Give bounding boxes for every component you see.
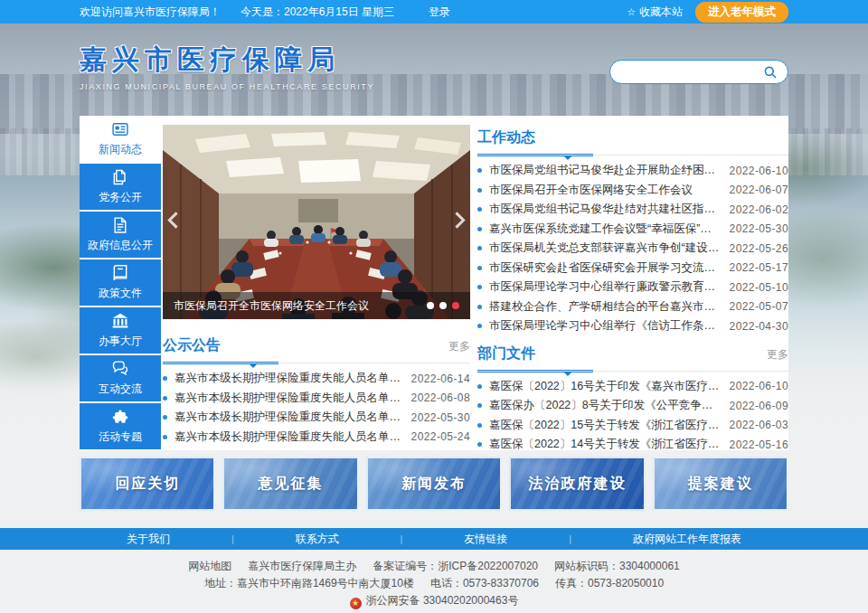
footer-text: 地址：嘉兴市中环南路1469号中南大厦10楼 [204, 577, 414, 589]
announcements-header: 公示公告 更多 [163, 336, 470, 363]
current-date: 今天是：2022年6月15日 星期三 [241, 5, 394, 20]
chat-icon [111, 360, 129, 378]
site-title: 嘉兴市医疗保障局 [80, 42, 374, 79]
bullet-icon [477, 324, 482, 328]
announcements-list: 嘉兴市本级长期护理保险重度失能人员名单公示（2...2022-06-14嘉兴市本… [163, 369, 470, 447]
list-item[interactable]: 嘉兴市本级长期护理保险重度失能人员名单公示（2...2022-05-24 [163, 428, 470, 448]
topbar: 欢迎访问嘉兴市医疗保障局！ 今天是：2022年6月15日 星期三 登录 ☆ 收藏… [0, 0, 868, 24]
carousel-dot-1[interactable] [427, 302, 434, 309]
bank-icon [111, 312, 129, 330]
search-input[interactable] [623, 66, 763, 79]
carousel-dots [427, 302, 459, 309]
sidebar-item-7[interactable]: 活动专题 [80, 403, 161, 449]
item-date: 2022-05-30 [730, 222, 788, 235]
divider: | [569, 533, 571, 544]
elder-mode-button[interactable]: 进入老年模式 [695, 2, 788, 23]
sidebar-item-4[interactable]: 政策文件 [80, 259, 161, 306]
dept-files-header: 部门文件 更多 [477, 344, 788, 372]
list-item[interactable]: 嘉兴市本级长期护理保险重度失能人员名单公示（2...2022-06-14 [163, 369, 470, 389]
site-title-en: JIAXING MUNICIPAL BUREAU OF HEALTHCARE S… [80, 82, 374, 91]
list-item[interactable]: 嘉医保〔2022〕15号关于转发《浙江省医疗保...2022-06-03 [477, 416, 788, 436]
list-item[interactable]: 嘉兴市本级长期护理保险重度失能人员名单公示（2...2022-05-30 [163, 408, 470, 428]
carousel-dot-3[interactable] [452, 302, 459, 309]
bullet-icon [477, 442, 482, 447]
banner-5[interactable]: 提案建议 [653, 457, 788, 511]
bullet-icon [163, 396, 167, 401]
footer-nav-link-2[interactable]: 联系方式 [296, 532, 339, 547]
sidebar-item-label: 政策文件 [99, 286, 142, 301]
sidebar-item-3[interactable]: 政府信息公开 [80, 212, 161, 258]
list-item[interactable]: 市医保局召开全市医保网络安全工作会议2022-06-07 [477, 181, 788, 201]
item-title: 嘉兴市医保系统党建工作会议暨“幸福医保”党建联... [489, 222, 721, 237]
dept-files-more-link[interactable]: 更多 [767, 347, 788, 363]
banner-row: 回应关切意见征集新闻发布法治政府建设提案建议 [80, 457, 788, 511]
favorite-link[interactable]: ☆ 收藏本站 [627, 5, 683, 20]
list-item[interactable]: 嘉医保办〔2022〕8号关于印发《公平竞争审查...2022-06-09 [477, 396, 788, 416]
item-title: 市医保局理论学习中心组举行《信访工作条例》专题... [489, 318, 721, 334]
item-date: 2022-06-10 [730, 165, 788, 177]
bullet-icon [477, 168, 482, 173]
banner-2[interactable]: 意见征集 [222, 457, 358, 511]
bullet-icon [477, 246, 482, 250]
list-item[interactable]: 市医保局党组书记马俊华赴企开展助企纾困活动2022-06-10 [477, 161, 788, 181]
footer-nav-bar: 关于我们|联系方式|友情链接|政府网站工作年度报表 [0, 528, 868, 550]
item-title: 市医保局党组书记马俊华赴结对共建社区指导全国文... [489, 202, 721, 217]
list-item[interactable]: 市医保局党组书记马俊华赴结对共建社区指导全国文...2022-06-02 [477, 200, 788, 220]
carousel-caption-bar: 市医保局召开全市医保网络安全工作会议 [163, 292, 470, 319]
list-item[interactable]: 市医保局理论学习中心组举行《信访工作条例》专题...2022-04-30 [477, 316, 788, 336]
list-item[interactable]: 搭建校企合作、产学研相结合的平台嘉兴市长期护理...2022-05-07 [477, 297, 788, 317]
item-title: 市医保局党组书记马俊华赴企开展助企纾困活动 [489, 163, 721, 178]
carousel-dot-2[interactable] [439, 302, 447, 309]
item-title: 市医保研究会赴省医保研究会开展学习交流活动 [489, 260, 721, 276]
work-news-list: 市医保局党组书记马俊华赴企开展助企纾困活动2022-06-10市医保局召开全市医… [477, 161, 788, 336]
bullet-icon [477, 403, 482, 408]
sidebar-item-5[interactable]: 办事大厅 [80, 307, 161, 354]
title-underline [477, 370, 593, 373]
list-item[interactable]: 嘉医保〔2022〕14号关于转发《浙江省医疗保...2022-05-16 [477, 435, 788, 455]
sidebar-item-label: 互动交流 [99, 382, 142, 397]
sidebar-item-6[interactable]: 互动交流 [80, 355, 161, 401]
search-box [609, 60, 788, 84]
list-item[interactable]: 市医保研究会赴省医保研究会开展学习交流活动2022-05-17 [477, 259, 788, 278]
item-date: 2022-06-07 [730, 184, 788, 196]
footer-nav-link-1[interactable]: 关于我们 [127, 532, 170, 547]
login-link[interactable]: 登录 [429, 5, 450, 20]
footer-line-1: 网站地图嘉兴市医疗保障局主办备案证编号：浙ICP备2022007020网站标识码… [0, 558, 868, 575]
footer-nav-link-4[interactable]: 政府网站工作年度报表 [633, 532, 741, 547]
sidebar-item-1[interactable]: 新闻动态 [80, 116, 161, 162]
list-item[interactable]: 市医保局理论学习中心组举行廉政警示教育专题学习...2022-05-10 [477, 278, 788, 297]
banner-1[interactable]: 回应关切 [80, 457, 215, 511]
announcements-more-link[interactable]: 更多 [448, 339, 470, 354]
footer-info: 网站地图嘉兴市医疗保障局主办备案证编号：浙ICP备2022007020网站标识码… [0, 550, 868, 609]
item-date: 2022-05-10 [730, 281, 788, 294]
bullet-icon [477, 384, 482, 389]
item-date: 2022-05-24 [411, 430, 470, 443]
banner-4[interactable]: 法治政府建设 [509, 457, 645, 511]
footer-text: 嘉兴市医疗保障局主办 [248, 560, 356, 572]
footer-text: 网站地图 [188, 560, 231, 572]
footer-text: 传真：0573-82050010 [555, 577, 664, 589]
footer-nav-link-3[interactable]: 友情链接 [464, 532, 507, 547]
carousel-caption[interactable]: 市医保局召开全市医保网络安全工作会议 [174, 298, 418, 314]
dept-files-title: 部门文件 [477, 344, 535, 363]
list-item[interactable]: 嘉兴市本级长期护理保险重度失能人员名单公示（2...2022-06-08 [163, 389, 470, 409]
item-title: 嘉兴市本级长期护理保险重度失能人员名单公示（2... [175, 371, 402, 386]
news-carousel[interactable]: 市医保局召开全市医保网络安全工作会议 [163, 125, 470, 319]
banner-3[interactable]: 新闻发布 [366, 457, 502, 511]
divider: | [401, 533, 403, 544]
item-date: 2022-06-08 [411, 391, 470, 404]
puzzle-icon [111, 408, 129, 426]
search-button[interactable] [763, 64, 779, 80]
sidebar-item-2[interactable]: 党务公开 [80, 164, 161, 210]
list-item[interactable]: 嘉兴市医保系统党建工作会议暨“幸福医保”党建联...2022-05-30 [477, 220, 788, 240]
list-item[interactable]: 嘉医保〔2022〕16号关于印发《嘉兴市医疗保...2022-06-10 [477, 377, 788, 397]
bullet-icon [477, 207, 482, 212]
list-item[interactable]: 市医保局机关党总支部获评嘉兴市争创“建设清廉机...2022-05-26 [477, 239, 788, 259]
item-date: 2022-06-09 [730, 400, 788, 412]
sidebar-item-label: 党务公开 [99, 190, 142, 205]
site-logo[interactable]: 嘉兴市医疗保障局 JIAXING MUNICIPAL BUREAU OF HEA… [80, 42, 374, 91]
footer-text: 备案证编号：浙ICP备2022007020 [373, 560, 538, 572]
footer-nav-links: 关于我们|联系方式|友情链接|政府网站工作年度报表 [127, 532, 741, 547]
item-date: 2022-04-30 [730, 320, 788, 333]
work-news-header: 工作动态 [477, 128, 788, 156]
